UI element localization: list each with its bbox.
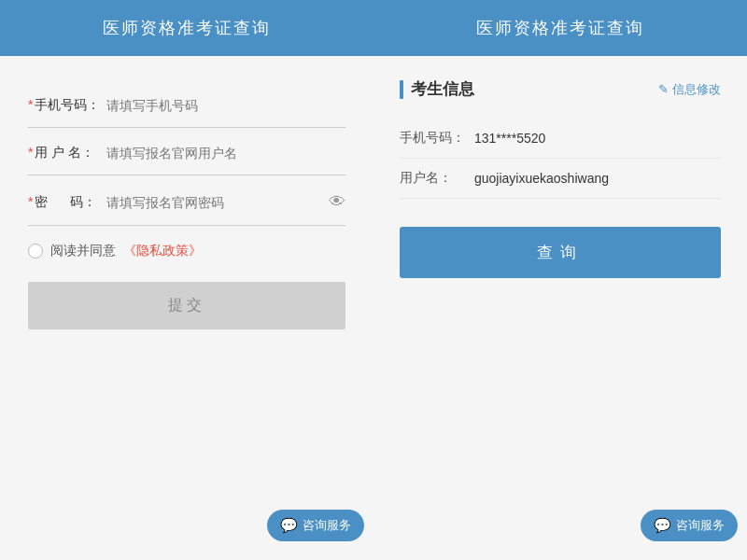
phone-required-star: * [28,97,33,112]
left-consult-label: 咨询服务 [303,517,351,534]
eye-icon[interactable]: 👁 [329,192,345,212]
right-consult-label: 咨询服务 [676,517,725,534]
info-username-value: guojiayixuekaoshiwang [474,171,609,186]
right-title-text: 医师资格准考证查询 [476,19,644,37]
password-input[interactable] [103,195,329,210]
username-required-star: * [28,145,33,160]
info-username-label: 用户名： [400,170,474,187]
username-label: *用 户 名： [28,145,103,161]
left-consult-button[interactable]: 💬 咨询服务 [267,510,364,541]
edit-icon: ✎ [658,82,669,96]
password-label: *密 码： [28,194,103,211]
info-phone-label: 手机号码： [400,130,474,147]
username-input[interactable] [103,146,345,161]
phone-input[interactable] [103,98,345,113]
left-title-text: 医师资格准考证查询 [103,19,271,37]
left-panel-title: 医师资格准考证查询 [0,0,374,56]
right-chat-icon: 💬 [654,517,671,534]
info-section-title: 考生信息 [411,78,474,100]
privacy-row: 阅读并同意 《隐私政策》 [28,230,345,273]
info-section-header: 考生信息 ✎ 信息修改 [400,78,721,100]
info-area: 考生信息 ✎ 信息修改 手机号码： 131****5520 用户名： guoji… [374,56,747,560]
edit-info-link[interactable]: ✎ 信息修改 [658,81,721,98]
query-button[interactable]: 查询 [400,227,721,278]
chat-icon: 💬 [280,517,298,534]
password-required-star: * [28,194,33,209]
privacy-link[interactable]: 《隐私政策》 [123,243,202,259]
edit-label: 信息修改 [672,81,721,98]
right-panel-title: 医师资格准考证查询 [374,0,747,56]
right-consult-button[interactable]: 💬 咨询服务 [641,510,738,541]
phone-row: *手机号码： [28,84,345,128]
right-panel: 医师资格准考证查询 考生信息 ✎ 信息修改 手机号码： 131****5520 … [374,0,747,560]
submit-button[interactable]: 提交 [28,282,345,329]
info-title: 考生信息 [400,78,474,100]
password-row: *密 码： 👁 [28,179,345,226]
username-row: *用 户 名： [28,132,345,175]
blue-bar-decoration [400,80,403,99]
info-username-row: 用户名： guojiayixuekaoshiwang [400,159,721,199]
info-phone-value: 131****5520 [474,131,545,146]
left-panel: 医师资格准考证查询 *手机号码： *用 户 名： *密 码： 👁 [0,0,374,560]
privacy-text: 阅读并同意 [50,243,116,259]
info-phone-row: 手机号码： 131****5520 [400,119,721,159]
login-form: *手机号码： *用 户 名： *密 码： 👁 阅读并同意 《隐私政策》 [0,56,374,560]
privacy-checkbox[interactable] [28,244,43,259]
phone-label: *手机号码： [28,97,103,114]
